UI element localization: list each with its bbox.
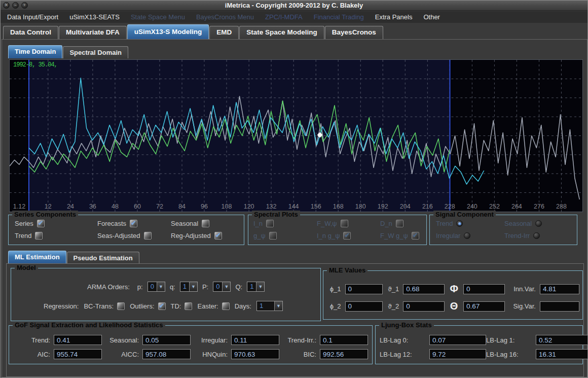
gof-panel: GoF Signal Extraction and Likelihood Sta… [9,325,373,364]
x-tick-label: 36 [89,203,96,210]
P-label: P: [202,283,208,291]
tab-pseudo-estimation[interactable]: Pseudo Estimation [67,252,139,264]
checkbox-g-psi: g_ψ [253,232,317,239]
seasonal-checkbox[interactable] [202,220,209,227]
lb-lag-12-field[interactable]: 9.72 [429,349,486,359]
window-title: iMetrica - Copyright 2009-2012 by C. Bla… [1,2,587,9]
maximize-icon[interactable]: + [21,2,28,9]
close-icon[interactable]: ✕ [3,2,10,9]
panel-title: MLE Values [327,266,368,274]
theta1-field[interactable]: 0.68 [403,284,445,294]
trend-checkbox[interactable] [35,232,43,239]
q-order-select[interactable]: 1▼ [180,282,198,292]
gof-aic-field[interactable]: 955.74 [54,349,102,359]
checkbox-td[interactable]: TD: [171,302,193,310]
tab-emd[interactable]: EMD [209,26,239,39]
fw-psi-checkbox [341,220,348,227]
tab-time-domain[interactable]: Time Domain [8,45,62,58]
x-tick-label: 24 [67,203,74,210]
tab-ml-estimation[interactable]: ML Estimation [8,251,66,264]
menu-bayescronos: BayesCronos Menu [191,11,260,23]
days-select[interactable]: 1▼ [256,301,283,311]
P-order-select[interactable]: 0▼ [213,282,231,292]
checkbox-trend[interactable]: Trend [15,232,97,239]
checkbox-bc-trans[interactable]: BC-Trans: [84,302,125,310]
gof-seasonal-field[interactable]: 0.05 [142,335,191,345]
gof-trend: Trend:0.41 [13,335,102,345]
forecasts-checkbox[interactable] [130,220,137,227]
chevron-down-icon: ▼ [222,282,230,291]
chevron-down-icon: ▼ [274,301,282,311]
menu-zpc-imdfa: ZPC/I-MDFA [260,11,308,23]
gof-seasonal: Seasonal:0.05 [102,335,191,345]
x-tick-label: 156 [311,203,321,210]
menu-data-input-export[interactable]: Data Input/Export [2,11,64,23]
ljung-box-panel: Ljung-Box Stats LB-Lag 0:0.07 LB-Lag 1:0… [375,325,583,364]
x-tick-label: 240 [467,203,477,210]
arma-orders-label: ARMA Orders: [87,283,130,291]
chevron-down-icon: ▼ [157,282,165,291]
q-label: q: [170,283,175,291]
gof-bic-field[interactable]: 992.56 [320,349,368,359]
tab-usimx13-modeling[interactable]: uSimX13-S Modeling [127,24,209,39]
gof-hnquin-field[interactable]: 970.63 [231,349,279,359]
lb-lag-1-field[interactable]: 0.52 [536,335,588,345]
sigvar-field[interactable] [540,301,579,312]
checkbox-seas-adjusted[interactable]: Seas-Adjusted [97,232,171,239]
lb-lag-0-field[interactable]: 0.07 [429,335,486,345]
checkbox-fw-g-psi: F_W g_ψ [380,232,426,239]
g-psi-checkbox [269,232,277,239]
Theta-field[interactable]: 0.67 [463,301,505,312]
bc-trans-checkbox[interactable] [117,302,125,310]
x-tick-label: 168 [333,203,344,210]
td-checkbox[interactable] [185,302,192,310]
menu-state-space: State Space Menu [125,11,191,23]
checkbox-easter[interactable]: Easter: [197,302,229,310]
menu-extra-panels[interactable]: Extra Panels [370,11,418,23]
checkbox-forecasts[interactable]: Forecasts [97,220,171,227]
regression-label: Regression: [44,302,79,310]
radio-seasonal: Seasonal [504,220,577,227]
menu-other[interactable]: Other [418,11,446,23]
window-controls: ✕ − + [3,2,28,9]
gof-trend-field[interactable]: 0.41 [54,335,102,345]
tab-multivariate-dfa[interactable]: Multivariate DFA [59,26,127,39]
theta2-field[interactable]: 0 [403,301,445,312]
tab-spectral-domain[interactable]: Spectral Domain [63,46,128,58]
checkbox-fw-psi: F_W,ψ [317,220,380,227]
tab-state-space-modeling[interactable]: State Space Modeling [239,26,324,39]
menu-financial-trading: Financial Trading [308,11,370,23]
innvar-field[interactable]: 4.81 [540,284,579,294]
p-order-select[interactable]: 0▼ [148,282,165,292]
series-checkbox[interactable] [37,220,45,227]
Phi-label: Φ [449,283,459,295]
reg-adjusted-checkbox[interactable] [214,232,222,239]
x-tick-label: 84 [178,203,186,210]
tab-bayescronos[interactable]: BayesCronos [325,26,383,39]
Phi-field[interactable]: 0 [463,284,505,294]
in-g-psi-checkbox [343,232,351,239]
menu-usimx13-seats[interactable]: uSimX13-SEATS [64,11,125,23]
tab-data-control[interactable]: Data Control [3,26,58,39]
lb-lag-16-field[interactable]: 16.31 [536,349,588,359]
checkbox-outliers[interactable]: Outliers: [130,302,165,310]
outliers-checkbox[interactable] [158,302,166,310]
time-series-chart[interactable]: 1992-8, 35.04, 1.12122436486072849610812… [9,59,583,212]
minimize-icon[interactable]: − [12,2,19,9]
phi2-field[interactable]: 0 [345,301,383,312]
Q-order-select[interactable]: 1▼ [247,282,265,292]
checkbox-series[interactable]: Series [15,220,97,227]
gof-hnquin: HNQuin:970.63 [191,349,279,359]
checkbox-reg-adjusted[interactable]: Reg-Adjusted [171,232,244,239]
chart-canvas [10,60,582,212]
gof-trend-irr-field[interactable]: 0.1 [320,335,368,345]
x-tick-label: 288 [556,203,567,210]
checkbox-in-g-psi: I_n g_ψ [317,232,380,239]
gof-aicc-field[interactable]: 957.08 [142,349,191,359]
easter-checkbox[interactable] [222,302,230,310]
checkbox-seasonal[interactable]: Seasonal [171,220,244,227]
seas-adjusted-checkbox[interactable] [144,232,152,239]
irregular-radio [464,232,470,239]
phi1-field[interactable]: 0 [345,284,383,294]
gof-irregular-field[interactable]: 0.11 [231,335,279,345]
